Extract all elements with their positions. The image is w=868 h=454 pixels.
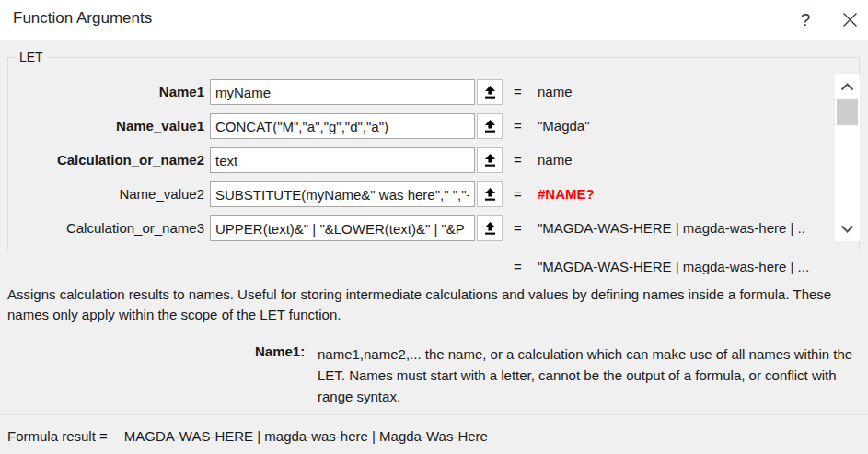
arg-result-calculation-or-name3: "MAGDA-WAS-HERE | magda-was-here | ...: [538, 215, 806, 241]
help-icon[interactable]: ?: [793, 6, 817, 33]
range-selector-button-5[interactable]: [477, 215, 503, 241]
arg-result-calculation-or-name2: name: [538, 147, 573, 173]
close-x-glyph: [842, 12, 858, 28]
function-arguments-dialog: Function Arguments ? LET Name1 = name Na…: [0, 0, 868, 454]
collapse-dialog-icon: [483, 119, 497, 134]
arg-label-name-value2: Name_value2: [7, 181, 204, 207]
arg-result-name-value2-error: #NAME?: [538, 181, 595, 207]
arg-input-calculation-or-name2[interactable]: [210, 147, 475, 173]
chevron-down-icon: [839, 224, 855, 234]
arg-label-calculation-or-name2: Calculation_or_name2: [7, 147, 204, 173]
formula-result-row: Formula result =MAGDA-WAS-HERE | magda-w…: [7, 428, 863, 444]
formula-result-label: Formula result =: [7, 428, 108, 444]
arg-input-name1[interactable]: [210, 79, 475, 105]
equals-sign: =: [514, 79, 522, 105]
arg-row-name-value2: Name_value2 = #NAME?: [0, 181, 868, 207]
scroll-down-button[interactable]: [835, 218, 860, 239]
overall-result-value: "MAGDA-WAS-HERE | magda-was-here | ...: [538, 257, 809, 277]
args-scrollbar[interactable]: [835, 74, 860, 241]
dialog-title: Function Arguments: [13, 9, 152, 28]
range-selector-button-4[interactable]: [477, 181, 503, 207]
bottom-separator: [0, 414, 868, 415]
arg-help-label: Name1:: [255, 343, 305, 359]
equals-sign: =: [514, 181, 522, 207]
range-selector-button-1[interactable]: [477, 79, 503, 105]
arg-label-name1: Name1: [7, 79, 204, 105]
arg-help-text: name1,name2,... the name, or a calculati…: [318, 343, 868, 407]
arg-row-calculation-or-name3: Calculation_or_name3 = "MAGDA-WAS-HERE |…: [0, 215, 868, 241]
arg-row-name-value1: Name_value1 = "Magda": [0, 113, 868, 139]
chevron-up-icon: [839, 82, 855, 92]
arg-input-calculation-or-name3[interactable]: [210, 215, 475, 241]
equals-sign: =: [514, 147, 522, 173]
scroll-up-button[interactable]: [835, 76, 860, 97]
arg-input-name-value2[interactable]: [210, 181, 475, 207]
formula-result-value: MAGDA-WAS-HERE | magda-was-here | Magda-…: [124, 428, 488, 444]
arg-label-calculation-or-name3: Calculation_or_name3: [7, 215, 204, 241]
arg-label-name-value1: Name_value1: [7, 113, 204, 139]
arg-result-name-value1: "Magda": [538, 113, 590, 139]
arg-result-name1: name: [538, 79, 573, 105]
range-selector-button-3[interactable]: [477, 147, 503, 173]
arg-row-calculation-or-name2: Calculation_or_name2 = name: [0, 147, 868, 173]
arg-input-name-value1[interactable]: [210, 113, 475, 139]
close-icon[interactable]: [834, 4, 865, 35]
collapse-dialog-icon: [483, 153, 497, 168]
collapse-dialog-icon: [483, 187, 497, 202]
overall-result-row: = "MAGDA-WAS-HERE | magda-was-here | ...: [0, 257, 868, 277]
function-name-label: LET: [16, 50, 47, 64]
collapse-dialog-icon: [483, 221, 497, 236]
equals-sign: =: [514, 257, 522, 277]
range-selector-button-2[interactable]: [477, 113, 503, 139]
collapse-dialog-icon: [483, 85, 497, 99]
equals-sign: =: [514, 215, 522, 241]
function-description: Assigns calculation results to names. Us…: [7, 285, 866, 325]
scrollbar-thumb[interactable]: [837, 99, 858, 125]
title-bar: Function Arguments ?: [0, 0, 868, 40]
equals-sign: =: [514, 113, 522, 139]
arg-row-name1: Name1 = name: [0, 79, 868, 105]
